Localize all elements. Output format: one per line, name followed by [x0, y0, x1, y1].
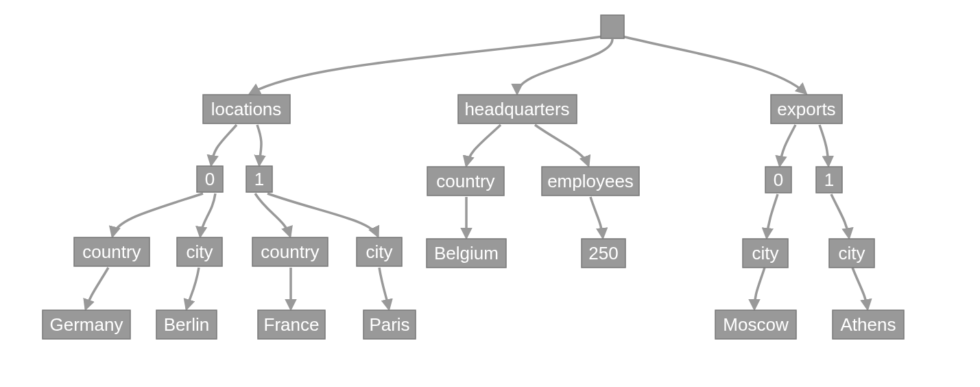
svg-text:city: city: [187, 242, 213, 262]
svg-text:0: 0: [205, 169, 215, 189]
node-loc1-country-val: France: [258, 310, 325, 339]
svg-text:country: country: [436, 171, 494, 191]
svg-text:headquarters: headquarters: [464, 99, 569, 119]
node-loc1-city-val: Paris: [363, 310, 416, 339]
svg-text:250: 250: [588, 243, 618, 263]
node-loc0-city-key: city: [177, 237, 222, 266]
svg-text:country: country: [261, 242, 319, 262]
svg-text:Belgium: Belgium: [434, 243, 499, 263]
node-locations-idx0: 0: [197, 166, 223, 192]
node-loc1-country-key: country: [252, 237, 328, 266]
svg-text:exports: exports: [777, 99, 835, 119]
node-hq-country-val: Belgium: [427, 239, 506, 268]
svg-text:Paris: Paris: [369, 314, 409, 335]
node-hq-country-key: country: [427, 167, 504, 196]
node-exp0-city-val: Moscow: [715, 310, 796, 339]
svg-text:employees: employees: [547, 171, 634, 191]
svg-text:Moscow: Moscow: [723, 314, 789, 335]
node-loc0-city-val: Berlin: [156, 310, 217, 339]
svg-text:Athens: Athens: [841, 314, 896, 335]
node-exp1-city-val: Athens: [833, 310, 904, 339]
svg-text:France: France: [264, 314, 320, 335]
node-exp0-city-key: city: [743, 239, 788, 268]
node-locations: locations: [203, 95, 290, 124]
node-loc0-country-key: country: [74, 237, 150, 266]
svg-text:city: city: [366, 242, 393, 262]
svg-text:city: city: [839, 243, 865, 263]
svg-rect-0: [601, 15, 624, 38]
node-locations-idx1: 1: [246, 166, 272, 192]
node-exports-idx1: 1: [816, 167, 842, 193]
svg-text:locations: locations: [211, 99, 282, 119]
node-exp1-city-key: city: [829, 239, 874, 268]
svg-text:Germany: Germany: [50, 314, 123, 335]
svg-text:1: 1: [824, 169, 834, 190]
node-root: [601, 15, 624, 38]
node-exports: exports: [771, 95, 842, 124]
node-loc0-country-val: Germany: [43, 310, 130, 339]
node-exports-idx0: 0: [765, 167, 791, 193]
node-headquarters: headquarters: [458, 95, 577, 124]
svg-text:city: city: [752, 243, 779, 263]
svg-text:0: 0: [774, 169, 783, 190]
node-hq-employees-key: employees: [542, 167, 639, 196]
node-hq-employees-val: 250: [582, 239, 625, 268]
svg-text:country: country: [82, 242, 141, 262]
node-loc1-city-key: city: [357, 237, 402, 266]
svg-text:Berlin: Berlin: [164, 314, 209, 335]
svg-text:1: 1: [254, 169, 264, 189]
